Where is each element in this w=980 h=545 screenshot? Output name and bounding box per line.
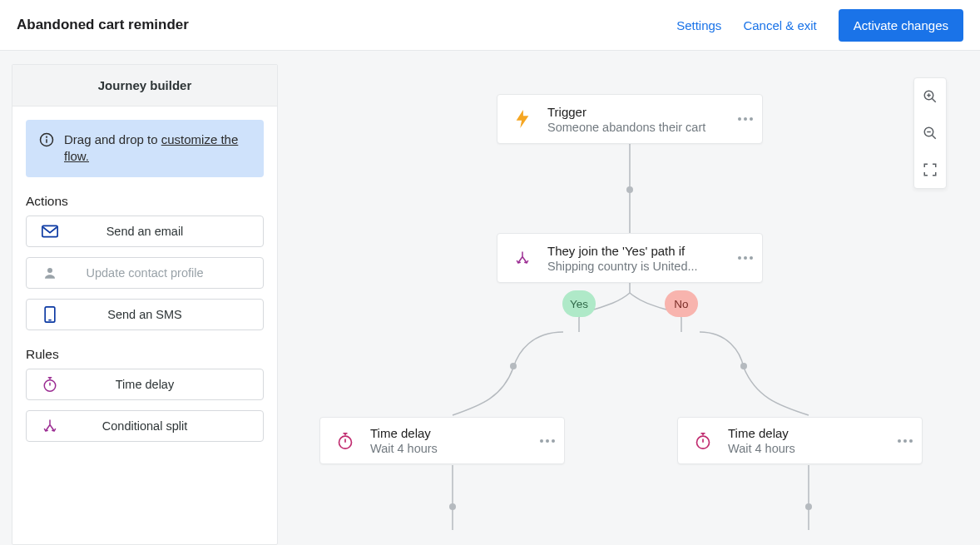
info-banner: Drag and drop to customize the flow. [26, 120, 264, 177]
zoom-in-button[interactable] [914, 78, 946, 115]
split-icon [42, 419, 57, 434]
node-time-delay-yes[interactable]: Time delay Wait 4 hours [319, 417, 565, 464]
connector-dot [740, 363, 747, 369]
node-time-delay-no[interactable]: Time delay Wait 4 hours [677, 417, 923, 464]
stopwatch-icon [337, 432, 354, 450]
zoom-in-icon [923, 89, 938, 104]
node-menu-button[interactable] [729, 117, 762, 121]
section-actions: Actions [26, 194, 264, 209]
action-send-email[interactable]: Send an email [26, 216, 264, 247]
stopwatch-icon [42, 376, 57, 393]
node-title: Time delay [728, 426, 888, 440]
node-trigger[interactable]: Trigger Someone abandons their cart [497, 94, 763, 144]
node-title: Trigger [547, 105, 729, 119]
phone-icon [44, 306, 56, 323]
activate-button[interactable]: Activate changes [839, 9, 963, 42]
zoom-out-button[interactable] [914, 115, 946, 151]
person-icon [42, 265, 57, 280]
svg-point-4 [47, 268, 52, 273]
node-title: Time delay [370, 426, 531, 440]
fit-icon [923, 162, 938, 177]
rule-time-delay[interactable]: Time delay [26, 369, 264, 400]
sidebar: Journey builder Drag and drop to customi… [12, 64, 278, 545]
connector-dot [626, 186, 633, 193]
fit-screen-button[interactable] [914, 151, 946, 188]
svg-point-2 [47, 136, 47, 137]
node-menu-button[interactable] [531, 439, 564, 443]
mail-icon [42, 225, 58, 238]
svg-line-17 [932, 135, 936, 139]
branch-yes-label: Yes [562, 290, 596, 317]
node-menu-button[interactable] [729, 256, 762, 260]
rule-conditional-split[interactable]: Conditional split [26, 410, 264, 442]
node-subtitle: Wait 4 hours [370, 442, 531, 455]
node-subtitle: Shipping country is United... [547, 260, 729, 273]
top-bar: Abandoned cart reminder Settings Cancel … [0, 0, 980, 51]
page-title: Abandoned cart reminder [17, 17, 189, 33]
split-icon [515, 250, 530, 265]
node-subtitle: Wait 4 hours [728, 442, 888, 455]
settings-link[interactable]: Settings [676, 18, 721, 32]
cancel-exit-link[interactable]: Cancel & exit [743, 18, 816, 32]
node-subtitle: Someone abandons their cart [547, 121, 729, 134]
svg-marker-25 [517, 110, 529, 128]
info-icon [39, 132, 54, 147]
banner-text: Drag and drop to [64, 132, 161, 146]
stopwatch-icon [695, 432, 711, 450]
connector-dot [805, 503, 812, 510]
svg-rect-3 [42, 225, 57, 236]
bolt-icon [516, 110, 529, 128]
section-rules: Rules [26, 347, 264, 362]
branch-no-label: No [665, 290, 698, 317]
zoom-controls [913, 77, 947, 189]
connector-dot [449, 503, 456, 510]
svg-point-27 [339, 436, 352, 448]
connector-dot [510, 363, 517, 369]
node-conditional-split[interactable]: They join the 'Yes' path if Shipping cou… [497, 233, 763, 283]
node-title: They join the 'Yes' path if [547, 244, 729, 258]
sidebar-heading: Journey builder [12, 65, 277, 107]
node-menu-button[interactable] [888, 439, 922, 443]
svg-point-31 [697, 436, 710, 448]
action-send-sms[interactable]: Send an SMS [26, 299, 264, 330]
svg-line-13 [932, 98, 936, 102]
zoom-out-icon [923, 126, 938, 141]
flow-canvas[interactable]: Trigger Someone abandons their cart They… [278, 64, 980, 545]
action-update-contact: Update contact profile [26, 257, 264, 289]
